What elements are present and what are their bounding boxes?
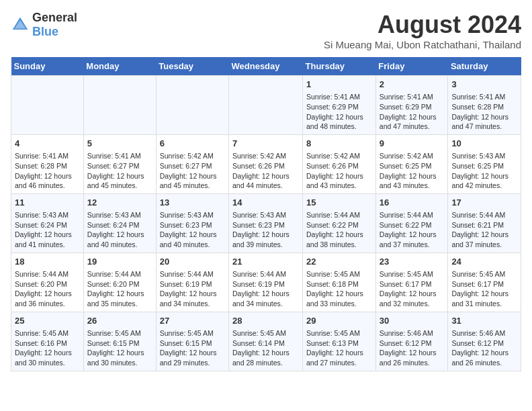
day-number: 25 [15, 315, 80, 327]
page-header: General Blue August 2024 Si Mueang Mai, … [11, 11, 521, 50]
location-subtitle: Si Mueang Mai, Ubon Ratchathani, Thailan… [324, 39, 521, 50]
calendar-cell: 31Sunrise: 5:46 AMSunset: 6:12 PMDayligh… [448, 312, 521, 371]
day-number: 10 [451, 138, 517, 150]
day-info: Sunrise: 5:42 AMSunset: 6:26 PMDaylight:… [232, 151, 299, 191]
day-info: Sunrise: 5:41 AMSunset: 6:29 PMDaylight:… [380, 92, 445, 132]
column-header-thursday: Thursday [303, 57, 376, 76]
calendar-cell [11, 76, 84, 135]
logo-icon [11, 15, 30, 34]
day-number: 4 [15, 138, 80, 150]
day-info: Sunrise: 5:45 AMSunset: 6:17 PMDaylight:… [380, 269, 445, 309]
day-number: 20 [160, 256, 225, 268]
day-info: Sunrise: 5:43 AMSunset: 6:24 PMDaylight:… [15, 210, 80, 250]
day-info: Sunrise: 5:41 AMSunset: 6:28 PMDaylight:… [451, 92, 517, 132]
day-info: Sunrise: 5:43 AMSunset: 6:25 PMDaylight:… [451, 151, 517, 191]
day-number: 15 [306, 197, 372, 209]
calendar-week-row: 18Sunrise: 5:44 AMSunset: 6:20 PMDayligh… [11, 253, 521, 312]
calendar-cell: 22Sunrise: 5:45 AMSunset: 6:18 PMDayligh… [303, 253, 376, 312]
day-number: 9 [380, 138, 445, 150]
calendar-cell: 26Sunrise: 5:45 AMSunset: 6:15 PMDayligh… [83, 312, 156, 371]
calendar-cell [229, 76, 303, 135]
calendar-week-row: 1Sunrise: 5:41 AMSunset: 6:29 PMDaylight… [11, 76, 521, 135]
calendar-cell: 5Sunrise: 5:41 AMSunset: 6:27 PMDaylight… [83, 134, 156, 193]
day-info: Sunrise: 5:45 AMSunset: 6:16 PMDaylight:… [15, 328, 80, 368]
day-number: 13 [160, 197, 225, 209]
day-number: 1 [306, 79, 372, 91]
column-header-sunday: Sunday [11, 57, 84, 76]
day-number: 3 [451, 79, 517, 91]
day-number: 11 [15, 197, 80, 209]
day-number: 16 [380, 197, 445, 209]
day-info: Sunrise: 5:41 AMSunset: 6:28 PMDaylight:… [15, 151, 80, 191]
column-header-monday: Monday [83, 57, 156, 76]
day-number: 29 [306, 315, 372, 327]
calendar-cell: 29Sunrise: 5:45 AMSunset: 6:13 PMDayligh… [303, 312, 376, 371]
day-info: Sunrise: 5:41 AMSunset: 6:29 PMDaylight:… [306, 92, 372, 132]
day-number: 17 [451, 197, 517, 209]
calendar-cell: 16Sunrise: 5:44 AMSunset: 6:22 PMDayligh… [375, 193, 448, 253]
day-info: Sunrise: 5:45 AMSunset: 6:17 PMDaylight:… [451, 269, 517, 309]
calendar-cell: 13Sunrise: 5:43 AMSunset: 6:23 PMDayligh… [156, 193, 228, 253]
day-info: Sunrise: 5:42 AMSunset: 6:25 PMDaylight:… [380, 151, 445, 191]
calendar-cell: 23Sunrise: 5:45 AMSunset: 6:17 PMDayligh… [375, 253, 448, 312]
calendar-cell: 4Sunrise: 5:41 AMSunset: 6:28 PMDaylight… [11, 134, 84, 193]
day-info: Sunrise: 5:42 AMSunset: 6:27 PMDaylight:… [160, 151, 225, 191]
calendar-cell [156, 76, 228, 135]
calendar-week-row: 11Sunrise: 5:43 AMSunset: 6:24 PMDayligh… [11, 193, 521, 253]
calendar-cell: 1Sunrise: 5:41 AMSunset: 6:29 PMDaylight… [303, 76, 376, 135]
day-number: 30 [380, 315, 445, 327]
calendar-cell: 12Sunrise: 5:43 AMSunset: 6:24 PMDayligh… [83, 193, 156, 253]
logo-blue: Blue [32, 25, 58, 38]
day-info: Sunrise: 5:46 AMSunset: 6:12 PMDaylight:… [451, 328, 517, 368]
logo: General Blue [11, 11, 77, 39]
calendar-header-row: SundayMondayTuesdayWednesdayThursdayFrid… [11, 57, 521, 76]
day-number: 23 [380, 256, 445, 268]
calendar-cell: 2Sunrise: 5:41 AMSunset: 6:29 PMDaylight… [375, 76, 448, 135]
day-info: Sunrise: 5:41 AMSunset: 6:27 PMDaylight:… [87, 151, 152, 191]
day-info: Sunrise: 5:44 AMSunset: 6:22 PMDaylight:… [306, 210, 372, 250]
calendar-cell: 19Sunrise: 5:44 AMSunset: 6:20 PMDayligh… [83, 253, 156, 312]
calendar-table: SundayMondayTuesdayWednesdayThursdayFrid… [11, 57, 521, 371]
day-info: Sunrise: 5:43 AMSunset: 6:24 PMDaylight:… [87, 210, 152, 250]
month-year-title: August 2024 [324, 11, 521, 39]
calendar-cell: 28Sunrise: 5:45 AMSunset: 6:14 PMDayligh… [229, 312, 303, 371]
day-number: 7 [232, 138, 299, 150]
calendar-cell [83, 76, 156, 135]
day-number: 24 [451, 256, 517, 268]
day-info: Sunrise: 5:45 AMSunset: 6:15 PMDaylight:… [160, 328, 225, 368]
column-header-tuesday: Tuesday [156, 57, 228, 76]
day-info: Sunrise: 5:44 AMSunset: 6:20 PMDaylight:… [15, 269, 80, 309]
day-number: 28 [232, 315, 299, 327]
day-number: 14 [232, 197, 299, 209]
day-info: Sunrise: 5:45 AMSunset: 6:13 PMDaylight:… [306, 328, 372, 368]
calendar-week-row: 25Sunrise: 5:45 AMSunset: 6:16 PMDayligh… [11, 312, 521, 371]
calendar-cell: 9Sunrise: 5:42 AMSunset: 6:25 PMDaylight… [375, 134, 448, 193]
day-info: Sunrise: 5:45 AMSunset: 6:15 PMDaylight:… [87, 328, 152, 368]
day-number: 27 [160, 315, 225, 327]
day-number: 6 [160, 138, 225, 150]
calendar-cell: 6Sunrise: 5:42 AMSunset: 6:27 PMDaylight… [156, 134, 228, 193]
column-header-saturday: Saturday [448, 57, 521, 76]
day-number: 31 [451, 315, 517, 327]
day-info: Sunrise: 5:44 AMSunset: 6:20 PMDaylight:… [87, 269, 152, 309]
day-number: 8 [306, 138, 372, 150]
day-info: Sunrise: 5:44 AMSunset: 6:19 PMDaylight:… [232, 269, 299, 309]
day-info: Sunrise: 5:46 AMSunset: 6:12 PMDaylight:… [380, 328, 445, 368]
day-info: Sunrise: 5:44 AMSunset: 6:19 PMDaylight:… [160, 269, 225, 309]
day-number: 19 [87, 256, 152, 268]
calendar-cell: 18Sunrise: 5:44 AMSunset: 6:20 PMDayligh… [11, 253, 84, 312]
calendar-week-row: 4Sunrise: 5:41 AMSunset: 6:28 PMDaylight… [11, 134, 521, 193]
day-info: Sunrise: 5:43 AMSunset: 6:23 PMDaylight:… [232, 210, 299, 250]
calendar-cell: 11Sunrise: 5:43 AMSunset: 6:24 PMDayligh… [11, 193, 84, 253]
day-info: Sunrise: 5:44 AMSunset: 6:22 PMDaylight:… [380, 210, 445, 250]
calendar-cell: 8Sunrise: 5:42 AMSunset: 6:26 PMDaylight… [303, 134, 376, 193]
day-number: 26 [87, 315, 152, 327]
day-info: Sunrise: 5:42 AMSunset: 6:26 PMDaylight:… [306, 151, 372, 191]
day-number: 18 [15, 256, 80, 268]
day-number: 21 [232, 256, 299, 268]
calendar-cell: 24Sunrise: 5:45 AMSunset: 6:17 PMDayligh… [448, 253, 521, 312]
calendar-cell: 3Sunrise: 5:41 AMSunset: 6:28 PMDaylight… [448, 76, 521, 135]
day-number: 22 [306, 256, 372, 268]
calendar-cell: 30Sunrise: 5:46 AMSunset: 6:12 PMDayligh… [375, 312, 448, 371]
column-header-wednesday: Wednesday [229, 57, 303, 76]
